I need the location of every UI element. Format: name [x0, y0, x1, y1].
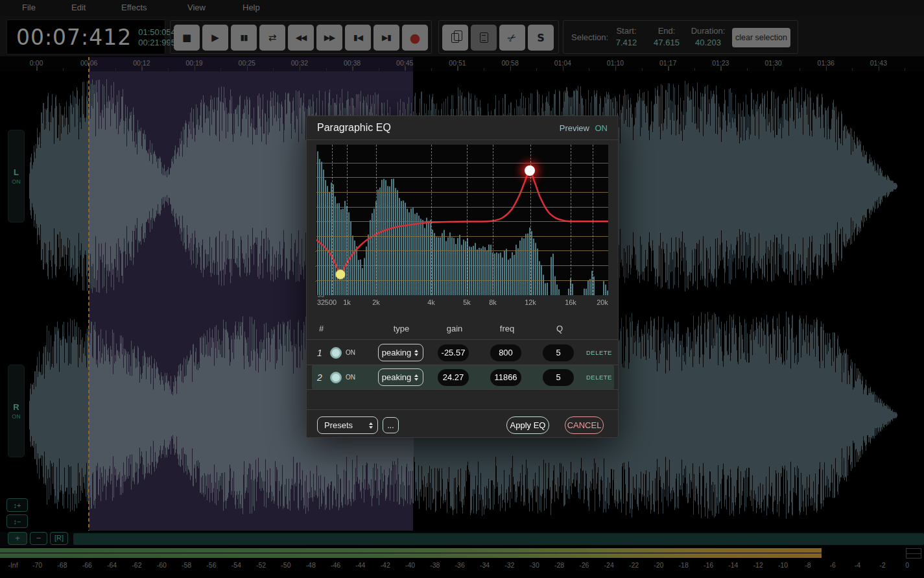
paragraphic-eq-dialog: Paragraphic EQ Preview ON 3528211470-7-1… [306, 115, 619, 438]
eq-preview-toggle[interactable]: ON [595, 123, 608, 133]
eq-freq-label: 16k [565, 298, 576, 306]
eq-freq-label: 500 [325, 298, 337, 306]
band-delete-button[interactable]: DELETE [586, 374, 612, 381]
cancel-button[interactable]: CANCEL [565, 416, 604, 434]
eq-gridline-vertical [332, 145, 333, 295]
band-number: 1 [317, 348, 330, 358]
col-freq: freq [500, 324, 514, 333]
eq-gridline-vertical [593, 145, 593, 295]
eq-gridline-vertical [467, 145, 468, 295]
band-freq-input[interactable] [490, 344, 521, 361]
band-type-select[interactable]: peaking [378, 344, 423, 361]
band-on-label: ON [346, 374, 355, 381]
eq-dialog-footer: Presets ... Apply EQ CANCEL [307, 409, 618, 439]
eq-freq-label: 4k [427, 298, 435, 306]
col-num: # [319, 324, 324, 333]
eq-gridline-vertical [431, 145, 432, 295]
eq-gridline-vertical [347, 145, 348, 295]
eq-gridline-horizontal [316, 280, 608, 281]
band-gain-input[interactable] [438, 344, 469, 361]
eq-gridline-horizontal [316, 192, 608, 193]
eq-frequency-plot[interactable] [316, 145, 608, 295]
eq-gridline-horizontal [316, 221, 608, 222]
col-gain: gain [447, 324, 463, 333]
band-type-value: peaking [379, 372, 414, 382]
band-delete-button[interactable]: DELETE [586, 349, 612, 356]
eq-gridline-vertical [376, 145, 377, 295]
eq-band-row-1: 1ONpeakingDELETE [312, 341, 614, 365]
band-q-input[interactable] [543, 344, 574, 361]
eq-band-row-2: 2ONpeakingDELETE [312, 365, 614, 389]
band-enable-toggle[interactable] [330, 347, 342, 359]
eq-gridline-horizontal [316, 236, 608, 237]
eq-table-header: # type gain freq Q [307, 324, 618, 338]
col-type: type [394, 324, 410, 333]
eq-gridline-horizontal [316, 265, 608, 266]
eq-gridline-horizontal [316, 207, 608, 208]
band-gain-input[interactable] [438, 369, 469, 386]
eq-freq-label: 1k [343, 298, 351, 306]
dropdown-arrows-icon [414, 374, 418, 381]
eq-gridline-vertical [530, 145, 531, 295]
col-q: Q [556, 324, 563, 333]
band-q-input[interactable] [543, 369, 574, 386]
eq-gridline-horizontal [316, 163, 608, 163]
dropdown-arrows-icon [369, 422, 373, 429]
eq-response-curve [316, 145, 608, 295]
band-on-label: ON [346, 349, 355, 356]
eq-freq-label: 2k [372, 298, 380, 306]
eq-gridline-vertical [571, 145, 571, 295]
band-enable-toggle[interactable] [330, 372, 342, 383]
presets-dropdown[interactable]: Presets [317, 416, 378, 434]
eq-gridline-vertical [493, 145, 493, 295]
eq-freq-label: 8k [489, 298, 497, 306]
eq-gridline-horizontal [316, 250, 608, 251]
presets-more-button[interactable]: ... [383, 417, 399, 433]
band-type-select[interactable]: peaking [378, 368, 423, 386]
eq-freq-label: 32 [317, 298, 325, 306]
eq-band2-handle[interactable] [525, 165, 535, 176]
eq-gridline-horizontal [316, 177, 608, 178]
eq-preview-label[interactable]: Preview [560, 123, 589, 133]
eq-dialog-title: Paragraphic EQ [317, 122, 391, 134]
band-type-value: peaking [379, 348, 414, 357]
eq-freq-label: 5k [463, 298, 471, 306]
apply-eq-button[interactable]: Apply EQ [506, 416, 549, 434]
eq-freq-label: 20k [597, 298, 608, 306]
band-freq-input[interactable] [490, 369, 521, 386]
band-number: 2 [317, 372, 330, 383]
eq-dialog-titlebar: Paragraphic EQ Preview ON [307, 116, 618, 140]
eq-band1-handle[interactable] [335, 269, 346, 280]
eq-freq-label: 12k [525, 298, 536, 306]
audio-editor-app: FileEditEffectsViewHelp 00:07:412 01:50:… [0, 0, 924, 578]
dropdown-arrows-icon [414, 350, 418, 356]
